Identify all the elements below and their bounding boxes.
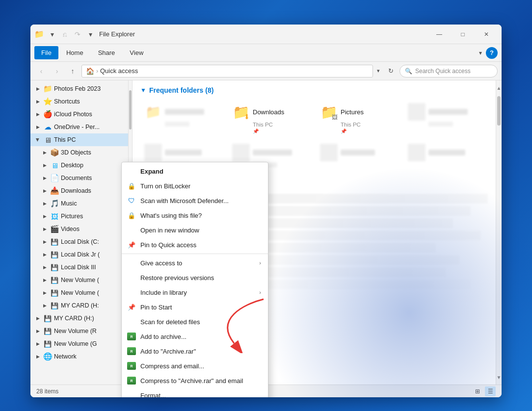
folder-name-pictures: Pictures <box>341 108 364 116</box>
search-box[interactable]: 🔍 Search Quick access <box>399 65 498 77</box>
chevron-mycardh-sub: ▶ <box>41 302 48 309</box>
ctx-pinstart-label: Pin to Start <box>140 304 261 311</box>
back-btn[interactable]: ‹ <box>34 64 48 78</box>
sidebar-item-network[interactable]: ▶ 🌐 Network <box>30 350 128 363</box>
redo-btn[interactable]: ↷ <box>72 28 83 40</box>
view-details-btn[interactable]: ⊞ <box>472 386 483 396</box>
ctx-giveaccess[interactable]: Give access to › <box>122 256 268 270</box>
forward-btn[interactable]: › <box>50 64 64 78</box>
ctx-library[interactable]: Include in library › <box>122 285 268 300</box>
tab-view[interactable]: View <box>123 46 150 59</box>
ctx-restore-icon <box>127 273 136 283</box>
ctx-scandeleted[interactable]: Scan for deleted files <box>122 314 268 329</box>
ctx-restore[interactable]: Restore previous versions <box>122 270 268 285</box>
folder-item-blurred4[interactable] <box>316 141 400 170</box>
ctx-pinstart-icon: 📌 <box>127 302 136 312</box>
tab-share[interactable]: Share <box>91 46 122 59</box>
sidebar-label-3dobjects: 3D Objects <box>61 149 91 156</box>
tab-home[interactable]: Home <box>59 46 90 59</box>
sidebar-item-localdiskiii[interactable]: ▶ 💾 Local Disk III <box>30 261 128 274</box>
sidebar-item-3dobjects[interactable]: ▶ 📦 3D Objects <box>30 146 128 159</box>
sidebar-item-onedrive[interactable]: ▶ ☁ OneDrive - Per... <box>30 121 128 133</box>
folder-item-desktop[interactable]: 📁 <box>140 100 224 137</box>
sidebar-item-localdiskjr[interactable]: ▶ 💾 Local Disk Jr ( <box>30 248 128 261</box>
ribbon-collapse-btn[interactable]: ▾ <box>476 48 485 58</box>
ctx-scandeleted-icon <box>127 317 136 327</box>
ctx-compressrareach[interactable]: R Compress to "Archive.rar" and email <box>122 373 268 388</box>
folder-item-blurred1[interactable] <box>404 100 488 137</box>
sidebar-item-pictures[interactable]: ▶ 🖼 Pictures <box>30 210 128 223</box>
ctx-addarchive[interactable]: R Add to archive... <box>122 329 268 344</box>
sidebar-item-icloud[interactable]: ▶ 🍎 iCloud Photos <box>30 108 128 121</box>
chevron-documents: ▶ <box>41 175 48 181</box>
sidebar-item-music[interactable]: ▶ 🎵 Music <box>30 197 128 210</box>
folder-pin-pictures: 📌 <box>341 128 346 134</box>
ctx-library-arrow: › <box>259 289 261 295</box>
view-controls: ⊞ ☰ <box>472 386 496 396</box>
chevron-shortcuts: ▶ <box>34 98 41 105</box>
minimize-btn[interactable]: — <box>428 26 451 42</box>
sidebar-item-newvolg[interactable]: ▶ 💾 New Volume (G <box>30 337 128 350</box>
ctx-pinstart[interactable]: 📌 Pin to Start <box>122 300 268 314</box>
ctx-pinquick[interactable]: 📌 Pin to Quick access <box>122 237 268 252</box>
maximize-btn[interactable]: □ <box>452 26 474 42</box>
sidebar-item-desktop[interactable]: ▶ 🖥 Desktop <box>30 159 128 172</box>
folder-icon-onedrive: ☁ <box>43 123 52 131</box>
sidebar-item-downloads[interactable]: ▶ 📥 Downloads <box>30 184 128 197</box>
folder-item-downloads[interactable]: 📁 ⬇ Downloads This PC 📌 <box>228 100 312 137</box>
chevron-music: ▶ <box>41 200 48 207</box>
ctx-usingfile[interactable]: 🔒 What's using this file? <box>122 208 268 223</box>
scroll-down-btn[interactable]: ▼ <box>496 370 502 385</box>
chevron-onedrive: ▶ <box>34 124 41 130</box>
address-path[interactable]: 🏠 › Quick access <box>81 65 373 77</box>
sidebar-item-newvolr[interactable]: ▶ 💾 New Volume (R <box>30 325 128 337</box>
ctx-format-label: Format... <box>140 392 261 398</box>
folder-icon-3dobjects: 📦 <box>50 148 59 157</box>
folder-top-blurred5 <box>408 144 484 161</box>
folder-item-blurred5[interactable] <box>404 141 488 170</box>
sidebar-item-thispc[interactable]: ▶ 🖥 This PC <box>30 133 128 146</box>
view-list-btn[interactable]: ☰ <box>485 386 496 396</box>
blurred-sub-1 <box>428 122 453 127</box>
ctx-giveaccess-label: Give access to <box>140 259 255 267</box>
ctx-expand[interactable]: Expand <box>122 164 268 179</box>
close-btn[interactable]: ✕ <box>475 26 498 42</box>
ctx-newwindow[interactable]: Open in new window <box>122 223 268 237</box>
help-btn[interactable]: ? <box>486 47 498 59</box>
sidebar-label-shortcuts: Shortcuts <box>54 98 80 105</box>
customize-btn[interactable]: ▾ <box>84 28 96 40</box>
scroll-thumb[interactable] <box>497 96 501 126</box>
sidebar-item-mycardh[interactable]: ▶ 💾 MY CARD (H:) <box>30 312 128 325</box>
ctx-compressemail[interactable]: R Compress and email... <box>122 359 268 373</box>
search-icon: 🔍 <box>405 68 412 75</box>
sidebar-item-videos[interactable]: ▶ 🎬 Videos <box>30 223 128 235</box>
right-scrollbar[interactable]: ▲ ▼ <box>496 80 502 385</box>
up-btn[interactable]: ↑ <box>66 64 80 78</box>
sidebar-item-documents[interactable]: ▶ 📄 Documents <box>30 172 128 184</box>
refresh-btn[interactable]: ↻ <box>384 64 398 78</box>
folder-item-pictures[interactable]: 📁 🖼 Pictures This PC 📌 <box>316 100 400 137</box>
section-chevron[interactable]: ▼ <box>140 87 146 94</box>
ctx-bitlocker[interactable]: 🔒 Turn on BitLocker <box>122 179 268 193</box>
ctx-format[interactable]: Format... <box>122 388 268 397</box>
chevron-newvol1: ▶ <box>41 277 48 283</box>
sidebar-item-mycardh-sub[interactable]: ▶ 💾 MY CARD (H: <box>30 299 128 312</box>
sidebar-item-newvol2[interactable]: ▶ 💾 New Volume ( <box>30 286 128 299</box>
sidebar-item-shortcuts[interactable]: ▶ ⭐ Shortcuts <box>30 95 128 108</box>
sidebar-item-newvol1[interactable]: ▶ 💾 New Volume ( <box>30 274 128 286</box>
folder-top-desktop: 📁 <box>144 103 220 121</box>
quick-access-btn[interactable]: ▾ <box>46 28 58 40</box>
ctx-addarchive-icon: R <box>127 332 136 341</box>
sidebar-item-localdiskc[interactable]: ▶ 💾 Local Disk (C: <box>30 235 128 248</box>
tab-file[interactable]: File <box>34 46 58 59</box>
ctx-defender[interactable]: 🛡 Scan with Microsoft Defender... <box>122 193 268 208</box>
undo-btn[interactable]: ⎌ <box>59 28 71 40</box>
folder-icon-shortcuts: ⭐ <box>43 97 52 106</box>
ctx-addarchivetar[interactable]: R Add to "Archive.rar" <box>122 344 268 359</box>
scroll-up-btn[interactable]: ▲ <box>496 80 502 95</box>
context-menu: Expand 🔒 Turn on BitLocker 🛡 Scan with M… <box>121 162 268 397</box>
address-dropdown-btn[interactable]: ▾ <box>375 68 382 74</box>
sidebar-label-newvol1: New Volume ( <box>61 277 99 283</box>
sidebar-item-photos[interactable]: ▶ 📁 Photos Feb 2023 <box>30 82 128 95</box>
ctx-pinquick-label: Pin to Quick access <box>140 241 261 249</box>
